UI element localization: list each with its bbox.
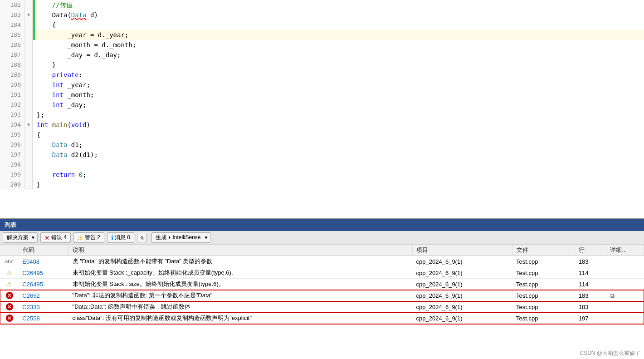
line-gutter (25, 40, 33, 50)
code-line: 197 Data d2(d1); (0, 150, 644, 160)
line-content: _day = d._day; (35, 50, 121, 60)
line-number: 198 (0, 160, 25, 170)
line-number: 187 (0, 50, 25, 60)
error-filter-btn[interactable]: ✕ 错误 4 (40, 232, 71, 243)
info-filter-btn[interactable]: ℹ 消息 0 (107, 232, 134, 243)
error-file: Test.cpp (512, 290, 575, 301)
line-number: 186 (0, 40, 25, 50)
table-row[interactable]: ⚠C26495未初始化变量 Stack:: size。始终初始化成员变量(typ… (0, 279, 644, 290)
line-number: 191 (0, 90, 25, 100)
line-gutter (25, 100, 33, 110)
col-header-line: 行 (575, 245, 606, 256)
solution-label: 解决方案 (7, 234, 29, 241)
error-file: Test.cpp (512, 256, 575, 267)
error-code[interactable]: C26495 (19, 267, 68, 279)
line-gutter (25, 170, 33, 180)
filter-icon: ⚗ (140, 234, 144, 241)
error-project: cpp_2024_6_9(1) (413, 301, 513, 313)
error-description: 类 "Data" 的复制构造函数不能带有 "Data" 类型的参数 (69, 256, 413, 267)
line-gutter (25, 80, 33, 90)
error-file: Test.cpp (512, 301, 575, 313)
error-line: 114 (575, 267, 606, 279)
table-row[interactable]: ✕C2333"Data::Data": 函数声明中有错误；跳过函数体cpp_20… (0, 301, 644, 313)
code-line: 185 _year = d._year; (0, 30, 644, 40)
line-number: 193 (0, 110, 25, 120)
error-project: cpp_2024_6_9(1) (413, 290, 513, 301)
solution-dropdown[interactable]: 解决方案 ▼ (3, 232, 38, 243)
severity-cell: ✕ (0, 313, 19, 324)
error-detail (606, 267, 644, 279)
panel-header: 列表 (0, 219, 644, 231)
error-line: 183 (575, 301, 606, 313)
warning-severity-icon: ⚠ (6, 269, 12, 276)
build-dropdown[interactable]: 生成 + IntelliSense ▼ (151, 232, 211, 243)
table-row[interactable]: ⚠C26495未初始化变量 Stack::_capacity。始终初始化成员变量… (0, 267, 644, 279)
error-project: cpp_2024_6_9(1) (413, 267, 513, 279)
table-row[interactable]: ✕C2558class"Data": 没有可用的复制构造函数或复制构造函数声明为… (0, 313, 644, 324)
line-number: 197 (0, 150, 25, 160)
code-line: 200} (0, 180, 644, 190)
warning-filter-btn[interactable]: ⚠ 警告 2 (73, 232, 104, 243)
error-description: 未初始化变量 Stack::_capacity。始终初始化成员变量(type.6… (69, 267, 413, 279)
line-gutter (25, 0, 33, 10)
warning-icon: ⚠ (78, 234, 83, 241)
line-content: int _day; (35, 100, 87, 110)
error-table-container: 代码 说明 项目 文件 行 详细... abcE0408类 "Data" 的复制… (0, 245, 644, 359)
error-detail (606, 256, 644, 267)
error-line: 183 (575, 290, 606, 301)
collapse-arrow-icon[interactable]: ▼ (27, 120, 30, 130)
col-header-file: 文件 (512, 245, 575, 256)
warning-severity-icon: ⚠ (6, 280, 12, 288)
line-content: Data(Data d) (35, 10, 98, 20)
line-gutter (25, 130, 33, 140)
line-gutter (25, 50, 33, 60)
code-line: 187 _day = d._day; (0, 50, 644, 60)
line-gutter (25, 20, 33, 30)
line-gutter (25, 110, 33, 120)
collapse-arrow-icon[interactable]: ▼ (27, 10, 30, 20)
error-file: Test.cpp (512, 313, 575, 324)
line-content: Data d1; (35, 140, 83, 150)
error-code[interactable]: C2652 (19, 290, 68, 301)
line-number: 194 (0, 120, 25, 130)
line-content: int main(void) (35, 120, 90, 130)
error-code[interactable]: C26495 (19, 279, 68, 290)
line-gutter (25, 90, 33, 100)
table-header-row: 代码 说明 项目 文件 行 详细... (0, 245, 644, 256)
error-description: class"Data": 没有可用的复制构造函数或复制构造函数声明为"expli… (69, 313, 413, 324)
code-line: 193}; (0, 110, 644, 120)
line-content: { (35, 130, 40, 140)
error-icon: ✕ (44, 234, 50, 241)
error-project: cpp_2024_6_9(1) (413, 313, 513, 324)
line-number: 185 (0, 30, 25, 40)
build-label: 生成 + IntelliSense (156, 234, 201, 241)
line-content: //传值 (35, 0, 73, 10)
error-file: Test.cpp (512, 279, 575, 290)
error-detail (606, 313, 644, 324)
table-row[interactable]: abcE0408类 "Data" 的复制构造函数不能带有 "Data" 类型的参… (0, 256, 644, 267)
error-description: "Data::Data": 函数声明中有错误；跳过函数体 (69, 301, 413, 313)
severity-cell: abc (0, 256, 19, 267)
code-line: 194▼int main(void) (0, 120, 644, 130)
error-detail: ⧉ (606, 290, 644, 301)
filter-btn[interactable]: ⚗ (137, 233, 147, 242)
copy-icon[interactable]: ⧉ (610, 292, 615, 299)
table-row[interactable]: ✕C2652"Data": 非法的复制构造函数: 第一个参数不应是"Data"c… (0, 290, 644, 301)
col-header-desc: 说明 (69, 245, 413, 256)
error-code[interactable]: E0408 (19, 256, 68, 267)
error-description: "Data": 非法的复制构造函数: 第一个参数不应是"Data" (69, 290, 413, 301)
line-gutter: ▼ (25, 10, 33, 20)
line-gutter (25, 60, 33, 70)
code-line: 190 int _year; (0, 80, 644, 90)
line-content (35, 160, 37, 170)
code-line: 191 int _month; (0, 90, 644, 100)
line-content: int _month; (35, 90, 94, 100)
line-content: return 0; (35, 170, 87, 180)
col-header-severity (0, 245, 19, 256)
error-code[interactable]: C2333 (19, 301, 68, 313)
line-content: } (35, 180, 40, 190)
code-lines: 182 //传值183▼ Data(Data d)184 {185 _year … (0, 0, 644, 218)
line-gutter: ▼ (25, 120, 33, 130)
error-code[interactable]: C2558 (19, 313, 68, 324)
line-number: 184 (0, 20, 25, 30)
